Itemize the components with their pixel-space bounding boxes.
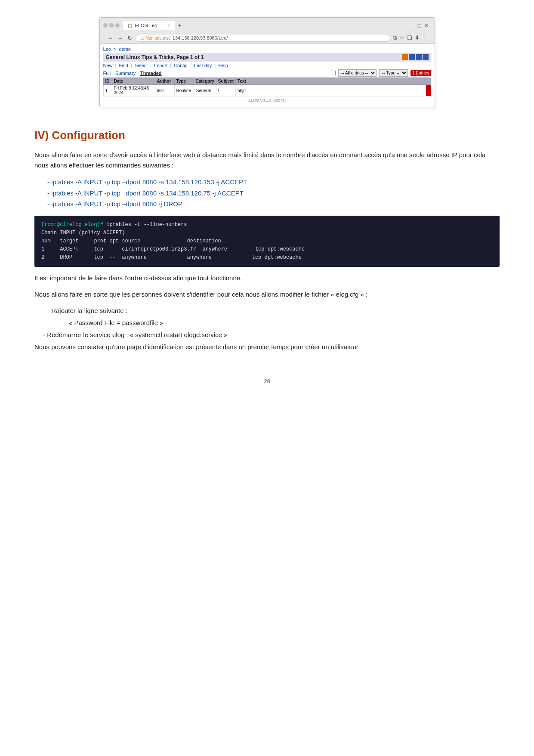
elog-footer: ELOG V3.1.5 (68079) [103, 98, 431, 102]
elog-filter-bar: Full | Summary | Threaded -- All entries… [103, 69, 431, 77]
elog-icon-3[interactable] [416, 54, 422, 60]
menu-select[interactable]: Select [135, 63, 148, 68]
minimize-button[interactable] [103, 23, 108, 28]
table-row[interactable]: 1 Fri Feb 9 12:43:45 2024 test Routine G… [103, 85, 431, 96]
browser-titlebar: 📋 ELOG Leo × + — □ ✕ [103, 20, 431, 31]
restore-icon[interactable]: □ [418, 22, 421, 29]
cell-type: Routine [174, 85, 194, 96]
breadcrumb-leo[interactable]: Leo [103, 46, 111, 52]
forward-button[interactable]: → [117, 35, 124, 41]
col-header-extra [426, 78, 431, 85]
iptables-list: iptables -A INPUT -p tcp –dport 8080 -s … [43, 177, 500, 210]
menu-help[interactable]: Help [218, 63, 228, 68]
col-header-type: Type [174, 78, 194, 85]
cast-icon[interactable]: ⧉ [393, 34, 397, 41]
cell-subject: f [216, 85, 235, 96]
minimize-icon[interactable]: — [410, 22, 415, 29]
sub-item-3: - Redémarrer le service elog : « systemc… [43, 330, 500, 340]
elog-icon-2[interactable] [409, 54, 415, 60]
elog-title-bar: General Linux Tips & Tricks, Page 1 of 1 [103, 53, 431, 62]
browser-chrome: 📋 ELOG Leo × + — □ ✕ ← → ↻ ⚠ Non sécuris… [100, 18, 435, 44]
url-text: 134.158.120.93:8080/Leo/ [173, 35, 228, 40]
list-item-3: iptables -A INPUT -p tcp –dport 8080 -j … [43, 198, 500, 210]
elog-filter-right: -- All entries -- -- Type -- 1 Entries [331, 69, 431, 77]
cell-date: Fri Feb 9 12:43:45 2024 [112, 85, 155, 96]
elog-view-tabs: Full | Summary | Threaded [103, 71, 162, 76]
security-warning-label: Non sécurisé [146, 36, 171, 40]
browser-window-controls [103, 23, 120, 28]
col-header-id: ID [103, 78, 112, 85]
menu-icon[interactable]: ⋮ [422, 34, 428, 41]
cell-author: test [155, 85, 174, 96]
code-block: [root@clrelog elog]# iptables -L --line-… [34, 216, 500, 267]
bookmark-icon[interactable]: ☆ [399, 34, 404, 41]
browser-action-icons: ⧉ ☆ ❏ ⬇ ⋮ [393, 34, 428, 41]
close-icon[interactable]: ✕ [424, 22, 429, 29]
tab-label: ELOG Leo [135, 23, 157, 28]
filter-type[interactable]: -- Type -- [379, 69, 408, 77]
browser-tab-elog[interactable]: 📋 ELOG Leo × [123, 21, 175, 30]
section-title: IV) Configuration [34, 129, 500, 142]
breadcrumb: Leo > demo [103, 46, 431, 52]
elog-menu: New | Find | Select | Import | Config | … [103, 63, 431, 68]
list-item-2: iptables -A INPUT -p tcp –dport 8080 -s … [43, 188, 500, 199]
browser-window: 📋 ELOG Leo × + — □ ✕ ← → ↻ ⚠ Non sécuris… [99, 17, 435, 107]
menu-config[interactable]: Config [174, 63, 188, 68]
list-item-1: iptables -A INPUT -p tcp –dport 8080 -s … [43, 177, 500, 188]
entries-badge: 1 Entries [411, 70, 431, 76]
download-icon[interactable]: ⬇ [415, 34, 420, 41]
col-header-date: Date [112, 78, 155, 85]
filter-checkbox[interactable] [331, 71, 336, 75]
elog-icon-4[interactable] [423, 54, 429, 60]
profile-icon[interactable]: ❏ [407, 34, 412, 41]
elog-title-icons [402, 54, 429, 60]
col-header-text: Text [235, 78, 426, 85]
cell-id: 1 [103, 85, 112, 96]
menu-import[interactable]: Import [154, 63, 167, 68]
paragraph-2: Il est important de le faire dans l'ordr… [34, 273, 500, 283]
maximize-button[interactable] [109, 23, 114, 28]
back-button[interactable]: ← [107, 35, 114, 41]
close-button[interactable] [115, 23, 120, 28]
elog-icon-1[interactable] [402, 54, 408, 60]
paragraph-1: Nous allons faire en sorte d'avoir accès… [34, 150, 500, 170]
sub-items-block: - Rajouter la ligne suivante : « Passwor… [34, 306, 500, 340]
new-tab-button[interactable]: + [175, 20, 185, 31]
tab-threaded[interactable]: Threaded [140, 71, 162, 76]
tab-close-icon[interactable]: × [168, 23, 170, 28]
code-prompt: [root@clrelog elog]# [41, 222, 103, 228]
paragraph-3: Nous allons faire en sorte que les perso… [34, 289, 500, 300]
refresh-button[interactable]: ↻ [127, 35, 133, 41]
cell-text: hbjd [235, 85, 426, 96]
elog-table: ID Date Author Type Category Subject Tex… [103, 77, 431, 96]
security-warning-icon: ⚠ [140, 36, 144, 40]
breadcrumb-sep: > [114, 46, 116, 52]
paragraph-4: Nous pouvons constater qu'une page d'ide… [34, 342, 500, 352]
elog-page: Leo > demo General Linux Tips & Tricks, … [100, 44, 435, 107]
cell-flag [426, 85, 431, 96]
sub-item-2: « Password File = passwordfile » [69, 318, 500, 328]
sub-item-1: - Rajouter la ligne suivante : [47, 306, 500, 316]
breadcrumb-demo[interactable]: demo [119, 46, 131, 52]
menu-find[interactable]: Find [119, 63, 128, 68]
browser-addressbar: ← → ↻ ⚠ Non sécurisé 134.158.120.93:8080… [103, 32, 431, 43]
url-bar[interactable]: ⚠ Non sécurisé 134.158.120.93:8080/Leo/ [136, 34, 390, 42]
col-header-category: Category [194, 78, 216, 85]
menu-lastday[interactable]: Last day [194, 63, 212, 68]
document-content: IV) Configuration Nous allons faire en s… [34, 129, 500, 352]
elog-page-title: General Linux Tips & Tricks, Page 1 of 1 [106, 54, 204, 60]
cell-category: General [194, 85, 216, 96]
col-header-author: Author [155, 78, 174, 85]
filter-all-entries[interactable]: -- All entries -- [338, 69, 377, 77]
tab-full[interactable]: Full [103, 71, 111, 76]
col-header-subject: Subject [216, 78, 235, 85]
tab-favicon: 📋 [127, 23, 133, 28]
tab-summary[interactable]: Summary [115, 71, 136, 76]
menu-new[interactable]: New [103, 63, 113, 68]
page-number: 28 [34, 378, 500, 384]
